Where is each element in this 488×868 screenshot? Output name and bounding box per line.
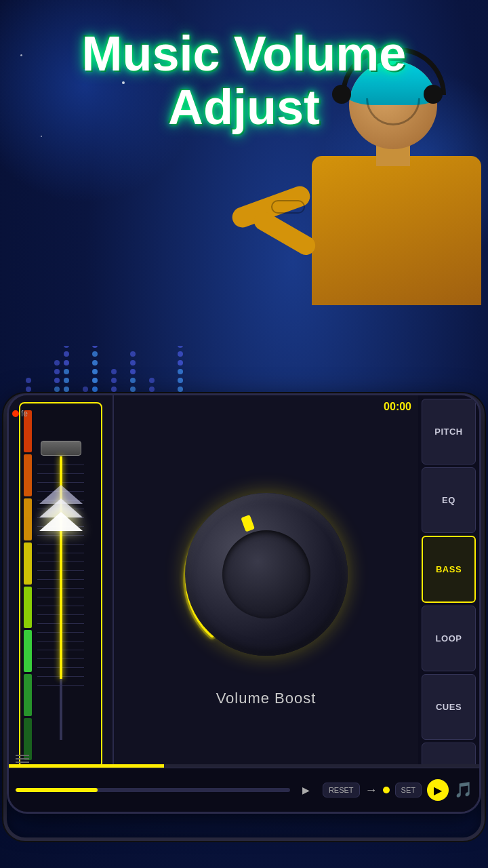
- chevron-3: [39, 512, 83, 531]
- person-body: [312, 156, 481, 305]
- title-area: Music Volume Adjust: [0, 27, 488, 134]
- eq-dot-13-0: [130, 351, 136, 357]
- play-main-icon: ▶: [434, 784, 442, 797]
- transport-bar[interactable]: ▶ RESET → SET ▶ 🎵: [9, 768, 479, 812]
- eq-dot-6-3: [64, 369, 69, 374]
- music-library-button[interactable]: 🎵: [454, 781, 472, 799]
- menu-line-3: [16, 762, 29, 763]
- knob-wrapper[interactable]: [171, 479, 361, 669]
- eq-dot-11-0: [111, 369, 117, 374]
- eq-dot-9-7: [92, 387, 98, 392]
- eq-dot-8-0: [83, 387, 88, 392]
- play-pause-button[interactable]: ▶: [296, 779, 317, 801]
- eq-button[interactable]: EQ: [422, 467, 476, 533]
- level-strip-4: [24, 542, 32, 585]
- level-strip-5: [24, 587, 32, 629]
- set-button[interactable]: SET: [395, 783, 422, 797]
- fader-inner: [19, 402, 102, 768]
- title-text: Music Volume Adjust: [0, 27, 488, 134]
- knob-container[interactable]: Volume Boost: [114, 429, 418, 757]
- reset-button[interactable]: RESET: [323, 783, 360, 797]
- volume-boost-label: Volume Boost: [216, 690, 317, 707]
- seek-bar-fill: [16, 788, 98, 792]
- eq-dot-13-4: [130, 387, 136, 392]
- title-line1: Music Volume: [82, 26, 407, 81]
- eq-dot-2-0: [26, 378, 31, 383]
- eq-dot-5-2: [54, 378, 60, 383]
- menu-line-2: [16, 758, 29, 760]
- menu-lines: [16, 755, 29, 763]
- rec-dot: [12, 410, 19, 417]
- main-play-button[interactable]: ▶: [427, 779, 449, 801]
- track-name: fe: [21, 409, 28, 418]
- eq-dot-18-4: [178, 378, 183, 383]
- eq-dot-9-6: [92, 378, 98, 383]
- level-strip-7: [24, 674, 32, 716]
- cue-arrow-button[interactable]: →: [365, 783, 378, 797]
- eq-dot-6-4: [64, 378, 69, 383]
- play-icon: ▶: [302, 785, 310, 795]
- eq-dot-18-5: [178, 387, 183, 392]
- bass-button[interactable]: BASS: [422, 536, 476, 603]
- fader-panel[interactable]: fe: [9, 395, 114, 775]
- eq-dot-18-3: [178, 369, 183, 374]
- eq-dot-6-1: [64, 351, 69, 357]
- person-arm2: [251, 208, 319, 258]
- eq-dot-11-2: [111, 387, 117, 392]
- eq-dot-13-2: [130, 369, 136, 374]
- eq-dot-18-0: [178, 346, 183, 348]
- cues-button[interactable]: CUES: [422, 674, 476, 740]
- menu-icon[interactable]: [16, 753, 29, 765]
- level-strips: [24, 410, 32, 760]
- right-panel: PITCH EQ BASS LOOP CUES SAMPLES: [418, 395, 479, 812]
- eq-dot-9-5: [92, 369, 98, 374]
- eq-dot-6-0: [64, 346, 69, 348]
- eq-dot-2-1: [26, 387, 31, 392]
- level-strip-2: [24, 454, 32, 496]
- tattoo-hint: [271, 200, 305, 214]
- volume-knob[interactable]: [185, 493, 348, 656]
- eq-dot-13-1: [130, 360, 136, 366]
- level-strip-6: [24, 630, 32, 672]
- arrow-up-container: [39, 485, 83, 699]
- knob-indicator: [241, 515, 255, 532]
- eq-dot-9-2: [92, 346, 98, 348]
- eq-dot-13-3: [130, 378, 136, 383]
- title-line2: Adjust: [168, 80, 320, 134]
- pitch-button[interactable]: PITCH: [422, 399, 476, 465]
- loop-button[interactable]: LOOP: [422, 606, 476, 671]
- device-frame: 00:00: [7, 393, 481, 814]
- eq-dot-18-2: [178, 360, 183, 366]
- eq-dot-11-1: [111, 378, 117, 383]
- level-strip-3: [24, 498, 32, 540]
- eq-dot-15-0: [149, 378, 155, 383]
- eq-dot-9-3: [92, 351, 98, 357]
- music-note-icon: 🎵: [454, 781, 472, 798]
- star-3: [41, 136, 42, 137]
- fader-handle[interactable]: [41, 441, 81, 456]
- eq-dot-5-3: [54, 387, 60, 392]
- eq-dot-9-4: [92, 360, 98, 366]
- seek-bar[interactable]: [16, 788, 290, 792]
- eq-dot-6-5: [64, 387, 69, 392]
- arrow-right-icon: →: [365, 783, 378, 797]
- fader-label: fe: [12, 409, 28, 418]
- eq-dot-15-1: [149, 387, 155, 392]
- eq-dot-18-1: [178, 351, 183, 357]
- menu-line-1: [16, 755, 29, 756]
- main-controls: Volume Boost: [114, 395, 418, 812]
- eq-dot-5-1: [54, 369, 60, 374]
- eq-dot-5-0: [54, 360, 60, 366]
- timer-display: 00:00: [384, 401, 411, 413]
- cue-dot: [383, 787, 390, 793]
- eq-dot-6-2: [64, 360, 69, 366]
